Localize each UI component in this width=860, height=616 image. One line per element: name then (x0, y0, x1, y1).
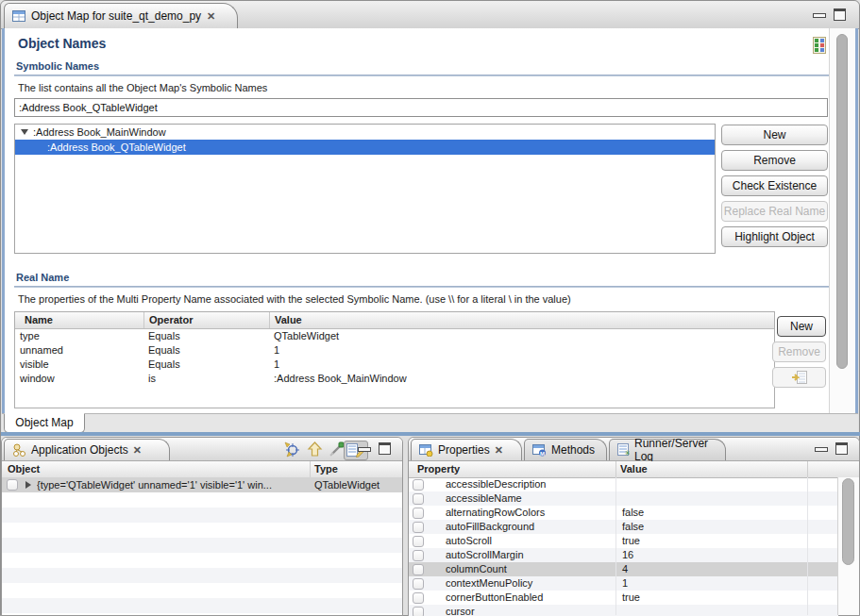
editor-scrollbar[interactable] (829, 28, 855, 413)
property-checkbox[interactable] (413, 578, 424, 590)
object-checkbox[interactable] (7, 479, 18, 491)
property-checkbox[interactable] (413, 522, 424, 533)
property-checkbox[interactable] (413, 564, 424, 575)
real-name-description: The properties of the Multi Property Nam… (18, 293, 571, 305)
new-button[interactable]: New (721, 125, 828, 145)
tree-item-label: :Address Book_QTableWidget (47, 140, 186, 155)
application-objects-tab[interactable]: Application Objects ✕ (4, 439, 170, 460)
column-header-operator[interactable]: Operator (143, 312, 264, 328)
properties-scrollbar[interactable] (837, 477, 859, 615)
table-row[interactable]: type Equals QTableWidget (15, 329, 774, 343)
real-name-remove-button: Remove (772, 341, 826, 362)
tree-collapsed-icon[interactable] (25, 481, 31, 489)
real-name-table-header: Name Operator Value (15, 312, 774, 329)
column-header-value[interactable]: Value (269, 312, 770, 328)
object-name-cell: {type='QTableWidget' unnamed='1' visible… (37, 479, 299, 491)
column-header-value[interactable]: Value (620, 461, 648, 477)
pick-object-button[interactable] (283, 441, 301, 458)
property-checkbox[interactable] (413, 607, 424, 616)
workbench: Object Map for suite_qt_demo_py ✕ Object… (0, 0, 860, 616)
properties-tab-close-icon[interactable]: ✕ (495, 444, 503, 457)
editor-scrollbar-thumb[interactable] (836, 34, 848, 369)
property-value: 16 (622, 548, 633, 562)
tree-expanded-icon[interactable] (21, 129, 28, 135)
property-row[interactable]: alternatingRowColorsfalse (409, 506, 838, 520)
property-value: true (622, 591, 640, 605)
property-row[interactable]: contextMenuPolicy1 (409, 576, 838, 591)
real-name-properties-table[interactable]: Name Operator Value type Equals QTableWi… (14, 311, 775, 408)
tab-runner-server-log[interactable]: ✳ Runner/Server Log (609, 439, 726, 460)
properties-header: Property Value (409, 461, 859, 478)
tab-runner-server-log-label: Runner/Server Log (634, 437, 717, 463)
column-divider[interactable] (615, 461, 616, 477)
property-row[interactable]: cursor (409, 605, 838, 616)
maximize-icon[interactable] (379, 442, 391, 455)
tree-item-qtablewidget-selected[interactable]: :Address Book_QTableWidget (15, 140, 715, 155)
symbolic-name-input[interactable] (14, 98, 828, 117)
remove-button[interactable]: Remove (721, 150, 828, 171)
property-name: columnCount (446, 562, 507, 576)
editor-tab-close-icon[interactable]: ✕ (207, 10, 215, 23)
property-checkbox[interactable] (413, 550, 424, 561)
tree-item-label: :Address Book_MainWindow (33, 125, 166, 140)
editor-tab-title: Object Map for suite_qt_demo_py (31, 9, 201, 23)
column-divider[interactable] (310, 461, 311, 477)
tree-item-mainwindow[interactable]: :Address Book_MainWindow (15, 125, 715, 140)
property-row[interactable]: cornerButtonEnabledtrue (409, 591, 838, 605)
property-row[interactable]: autoFillBackgroundfalse (409, 520, 838, 534)
table-row[interactable]: visible Equals 1 (15, 358, 774, 372)
table-row[interactable]: window is :Address Book_MainWindow (15, 372, 774, 386)
tab-properties[interactable]: Properties ✕ (411, 439, 522, 460)
property-checkbox[interactable] (413, 493, 424, 505)
object-map-table-icon (12, 9, 25, 23)
column-header-name[interactable]: Name (20, 312, 143, 328)
tab-properties-label: Properties (438, 443, 490, 457)
property-row[interactable]: autoScrolltrue (409, 534, 838, 548)
tab-methods[interactable]: M Methods (524, 439, 607, 460)
properties-icon (419, 443, 433, 457)
table-row[interactable]: unnamed Equals 1 (15, 343, 774, 358)
application-objects-tab-close-icon[interactable]: ✕ (133, 444, 142, 457)
check-existence-button[interactable]: Check Existence (721, 175, 828, 196)
column-divider[interactable] (807, 461, 808, 477)
categorize-objects-icon[interactable] (811, 37, 828, 54)
minimize-icon[interactable] (813, 13, 826, 18)
section-divider (14, 75, 830, 76)
property-checkbox[interactable] (413, 536, 424, 547)
editor-tab-object-map[interactable]: Object Map for suite_qt_demo_py ✕ (4, 3, 238, 28)
application-object-row-selected[interactable]: {type='QTableWidget' unnamed='1' visible… (2, 477, 402, 492)
property-checkbox[interactable] (413, 479, 424, 491)
properties-scrollbar-thumb[interactable] (842, 478, 854, 565)
real-name-new-button[interactable]: New (777, 316, 826, 337)
object-map-page-tab[interactable]: Object Map (4, 413, 85, 433)
column-header-type[interactable]: Type (314, 461, 338, 477)
property-value: 4 (622, 562, 628, 576)
maximize-icon[interactable] (835, 442, 848, 455)
property-row-highlighted[interactable]: columnCount4 (409, 562, 838, 576)
property-name: cornerButtonEnabled (446, 591, 543, 605)
application-objects-panel: Application Objects ✕ (1, 437, 403, 616)
svg-text:M: M (540, 451, 545, 457)
property-name: autoFillBackground (446, 520, 534, 534)
maximize-icon[interactable] (834, 8, 846, 21)
symbolic-names-section-title: Symbolic Names (16, 60, 99, 72)
cell-value: QTableWidget (274, 329, 770, 343)
go-up-button[interactable] (306, 441, 324, 458)
properties-tabstrip: Properties ✕ M Methods ✳ R (409, 438, 859, 461)
column-header-object[interactable]: Object (8, 461, 40, 477)
property-checkbox[interactable] (413, 508, 424, 519)
property-row[interactable]: autoScrollMargin16 (409, 548, 838, 562)
minimize-icon[interactable] (358, 447, 371, 452)
horizontal-sash[interactable] (1, 432, 860, 436)
minimize-icon[interactable] (815, 447, 828, 452)
symbolic-names-tree[interactable]: :Address Book_MainWindow :Address Book_Q… (14, 124, 716, 254)
tab-methods-label: Methods (551, 443, 595, 457)
highlight-object-button[interactable]: Highlight Object (721, 226, 828, 247)
column-header-property[interactable]: Property (417, 461, 460, 477)
application-objects-header: Object Type (2, 461, 402, 478)
property-name: accessibleDescription (446, 477, 546, 491)
replace-real-name-button: Replace Real Name (721, 201, 828, 222)
property-row[interactable]: accessibleName (409, 491, 838, 506)
property-row[interactable]: accessibleDescription (409, 477, 838, 491)
property-checkbox[interactable] (413, 592, 424, 604)
